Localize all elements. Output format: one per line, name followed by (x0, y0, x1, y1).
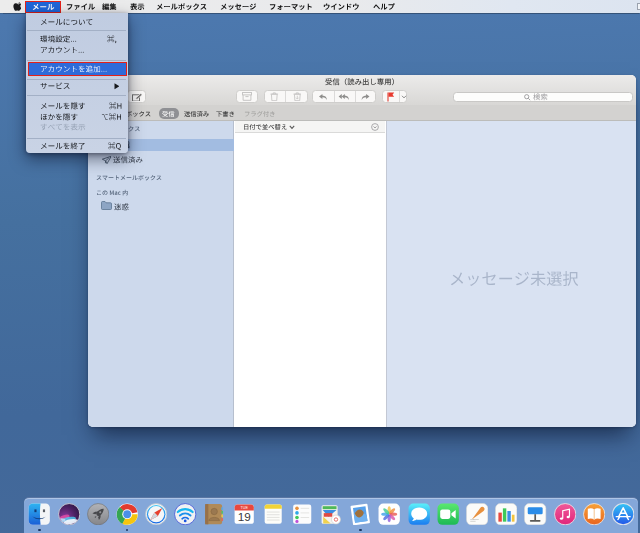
svg-text:19: 19 (237, 509, 250, 522)
